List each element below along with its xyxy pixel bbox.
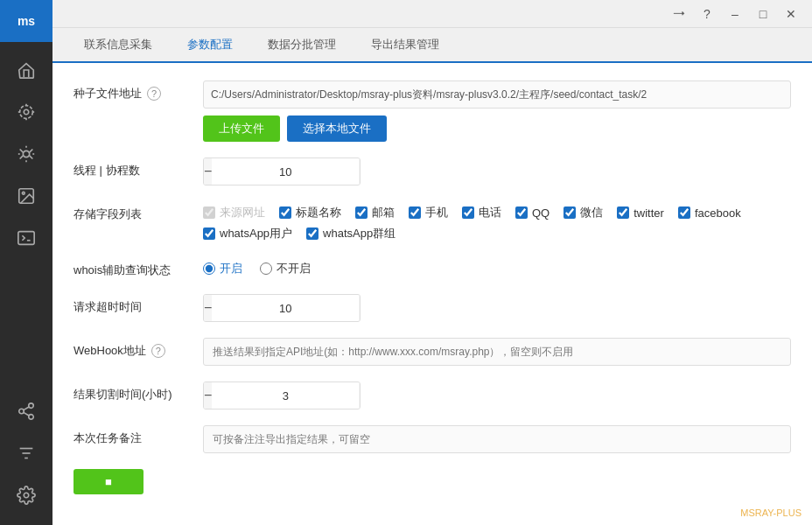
maximize-button[interactable]: □: [749, 2, 777, 26]
submit-row: ■: [74, 469, 791, 494]
webhook-label: WebHook地址 ?: [74, 338, 203, 359]
webhook-input[interactable]: [203, 338, 791, 366]
checkbox-whatsapp-group-label: whatsApp群组: [323, 226, 396, 242]
split-input[interactable]: [212, 389, 359, 402]
checkbox-twitter-input[interactable]: [617, 206, 629, 219]
whois-row: whois辅助查询状态 开启 不开启: [74, 257, 791, 278]
checkbox-wechat-label: 微信: [580, 205, 603, 220]
svg-line-10: [30, 156, 33, 159]
close-button[interactable]: ✕: [777, 2, 805, 26]
svg-point-1: [20, 106, 33, 119]
thread-label: 线程 | 协程数: [74, 158, 203, 178]
checkbox-wechat-input[interactable]: [564, 206, 576, 219]
checkbox-whatsapp-user-input[interactable]: [203, 228, 215, 240]
webhook-row: WebHook地址 ?: [74, 338, 791, 366]
checkbox-twitter[interactable]: twitter: [617, 205, 664, 220]
checkbox-twitter-label: twitter: [634, 206, 664, 220]
timeout-input[interactable]: [212, 302, 359, 315]
checkbox-mobile-label: 手机: [425, 205, 448, 220]
sidebar-item-filter[interactable]: [7, 434, 46, 472]
checkbox-whatsapp-group-input[interactable]: [306, 228, 318, 240]
split-increase-button[interactable]: +: [359, 382, 360, 410]
seed-help-icon[interactable]: ?: [147, 87, 161, 101]
checkbox-mobile[interactable]: 手机: [409, 205, 448, 220]
whois-off[interactable]: 不开启: [260, 261, 311, 276]
tab-batch[interactable]: 数据分批管理: [250, 28, 354, 63]
timeout-label: 请求超时时间: [74, 294, 203, 315]
sidebar-item-settings[interactable]: [7, 476, 46, 514]
checkbox-title-input[interactable]: [279, 206, 291, 219]
webhook-control: [203, 338, 791, 366]
sidebar-item-share[interactable]: [7, 392, 46, 430]
sidebar-item-network[interactable]: [7, 93, 46, 131]
webhook-help-icon[interactable]: ?: [151, 344, 165, 358]
seed-file-label: 种子文件地址 ?: [74, 80, 203, 102]
tab-contact[interactable]: 联系信息采集: [66, 28, 170, 63]
whois-on-input[interactable]: [203, 262, 215, 275]
split-stepper: − +: [203, 382, 360, 410]
note-row: 本次任务备注: [74, 425, 791, 453]
thread-increase-button[interactable]: +: [359, 158, 360, 186]
sidebar-item-spider[interactable]: [7, 135, 46, 173]
svg-rect-17: [18, 232, 34, 245]
move-icon: ⭢: [665, 2, 693, 26]
note-control: [203, 425, 791, 453]
seed-file-input[interactable]: [203, 80, 791, 108]
submit-button[interactable]: ■: [74, 469, 144, 494]
whois-on[interactable]: 开启: [203, 261, 242, 276]
file-btn-group: 上传文件 选择本地文件: [203, 116, 791, 142]
note-input[interactable]: [203, 425, 791, 453]
split-decrease-button[interactable]: −: [204, 382, 212, 410]
thread-stepper: − +: [203, 158, 360, 186]
whois-radio-group: 开启 不开启: [203, 257, 791, 276]
sidebar-item-image[interactable]: [7, 177, 46, 215]
checkbox-source-label: 来源网址: [220, 205, 265, 220]
timeout-decrease-button[interactable]: −: [204, 294, 212, 322]
checkbox-phone-input[interactable]: [462, 206, 474, 219]
checkbox-title-label: 标题名称: [296, 205, 341, 220]
checkbox-facebook[interactable]: facebook: [678, 205, 741, 220]
upload-button[interactable]: 上传文件: [203, 116, 280, 142]
checkbox-title[interactable]: 标题名称: [279, 205, 341, 220]
timeout-increase-button[interactable]: +: [359, 294, 360, 322]
sidebar-item-terminal[interactable]: [7, 219, 46, 257]
whois-off-label: 不开启: [276, 261, 311, 276]
thread-decrease-button[interactable]: −: [204, 158, 212, 186]
svg-point-16: [22, 192, 24, 194]
app-logo: ms: [0, 0, 52, 42]
svg-point-20: [19, 409, 24, 414]
checkbox-source-input[interactable]: [203, 206, 215, 219]
help-button[interactable]: ?: [693, 2, 721, 26]
form-content: 种子文件地址 ? 上传文件 选择本地文件 线程 | 协程数 − +: [52, 63, 812, 525]
checkbox-email-input[interactable]: [355, 206, 368, 219]
minimize-button[interactable]: –: [721, 2, 749, 26]
timeout-control: − +: [203, 294, 791, 322]
checkbox-mobile-input[interactable]: [409, 206, 421, 219]
checkbox-whatsapp-group[interactable]: whatsApp群组: [306, 226, 396, 242]
svg-line-7: [20, 150, 24, 153]
tab-export[interactable]: 导出结果管理: [354, 28, 457, 63]
seed-file-control: 上传文件 选择本地文件: [203, 80, 791, 142]
checkbox-email[interactable]: 邮箱: [355, 205, 395, 220]
checkbox-wechat[interactable]: 微信: [564, 205, 603, 220]
thread-input[interactable]: [212, 165, 359, 178]
checkbox-qq-input[interactable]: [515, 206, 528, 219]
svg-point-19: [29, 403, 34, 409]
split-row: 结果切割时间(小时) − +: [74, 382, 791, 410]
split-label: 结果切割时间(小时): [74, 382, 203, 402]
local-file-button[interactable]: 选择本地文件: [287, 116, 387, 142]
checkbox-facebook-input[interactable]: [678, 206, 690, 219]
checkbox-qq[interactable]: QQ: [515, 205, 550, 220]
whois-off-input[interactable]: [260, 262, 272, 275]
tab-params[interactable]: 参数配置: [170, 28, 250, 63]
checkbox-source[interactable]: 来源网址: [203, 205, 265, 220]
checkbox-whatsapp-user[interactable]: whatsApp用户: [203, 226, 292, 242]
timeout-stepper: − +: [203, 294, 360, 322]
whois-on-label: 开启: [220, 261, 242, 276]
checkbox-whatsapp-user-label: whatsApp用户: [220, 226, 292, 242]
sidebar-item-home[interactable]: [7, 51, 46, 89]
svg-point-6: [23, 150, 29, 157]
checkbox-phone[interactable]: 电话: [462, 205, 501, 220]
tab-bar: 联系信息采集 参数配置 数据分批管理 导出结果管理: [52, 28, 812, 63]
thread-control: − +: [203, 158, 791, 186]
